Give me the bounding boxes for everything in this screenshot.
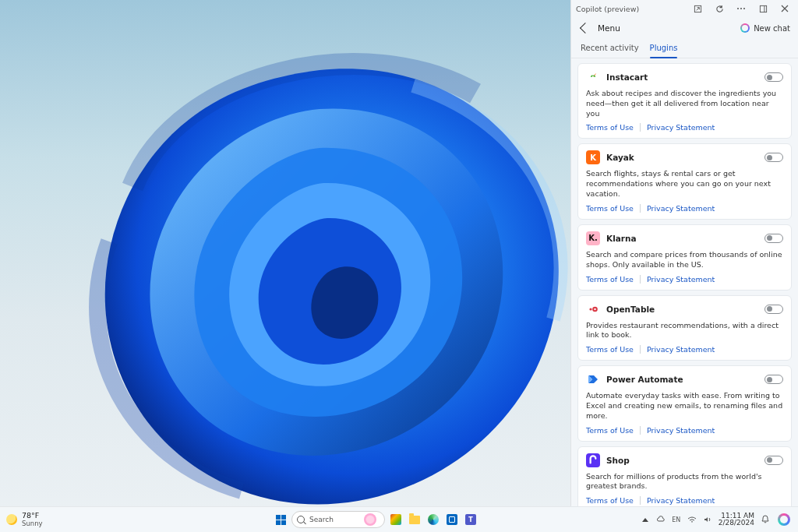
taskbar-search[interactable]: Search bbox=[291, 511, 385, 528]
plugin-desc: Search for millions of products from the… bbox=[586, 472, 783, 492]
plugin-toggle[interactable] bbox=[764, 153, 783, 162]
plugin-desc: Ask about recipes and discover the ingre… bbox=[586, 89, 783, 118]
plugin-shop: Shop Search for millions of products fro… bbox=[577, 446, 792, 506]
new-chat-button[interactable]: New chat bbox=[740, 23, 790, 33]
svg-point-6 bbox=[589, 308, 591, 310]
svg-point-8 bbox=[594, 308, 595, 309]
terms-link[interactable]: Terms of Use bbox=[586, 275, 634, 284]
wifi-icon[interactable] bbox=[687, 515, 697, 524]
search-highlight-icon bbox=[364, 513, 376, 526]
terms-link[interactable]: Terms of Use bbox=[586, 496, 634, 505]
plugin-desc: Search and compare prices from thousands… bbox=[586, 250, 783, 270]
plugin-power-automate: Power Automate Automate everyday tasks w… bbox=[577, 365, 792, 441]
copilot-icon bbox=[778, 513, 790, 526]
plugin-klarna: K. Klarna Search and compare prices from… bbox=[577, 224, 792, 291]
start-button[interactable] bbox=[273, 512, 288, 527]
taskbar-app-store[interactable] bbox=[444, 512, 460, 527]
copilot-taskbar-button[interactable] bbox=[776, 512, 792, 527]
svg-point-2 bbox=[740, 8, 742, 9]
plugin-toggle[interactable] bbox=[764, 72, 783, 82]
plugin-desc: Provides restaurant recommendations, wit… bbox=[586, 321, 783, 341]
plugin-instacart: Instacart Ask about recipes and discover… bbox=[577, 63, 792, 139]
privacy-link[interactable]: Privacy Statement bbox=[647, 345, 715, 354]
taskbar-center: Search T bbox=[131, 511, 620, 528]
copilot-titlebar: Copilot (preview) bbox=[571, 0, 798, 17]
volume-icon[interactable] bbox=[703, 515, 712, 524]
copilot-menu-row: Menu New chat bbox=[571, 17, 798, 39]
taskbar-app-edge[interactable] bbox=[425, 512, 441, 527]
terms-link[interactable]: Terms of Use bbox=[586, 345, 634, 354]
shop-icon bbox=[586, 453, 600, 467]
terms-link[interactable]: Terms of Use bbox=[586, 204, 634, 213]
taskbar-app-teams[interactable]: T bbox=[463, 512, 478, 527]
taskbar-clock[interactable]: 11:11 AM 2/28/2024 bbox=[719, 513, 754, 527]
plugin-desc: Search flights, stays & rental cars or g… bbox=[586, 169, 783, 199]
weather-cond: Sunny bbox=[22, 520, 43, 527]
tab-recent-activity[interactable]: Recent activity bbox=[581, 39, 639, 58]
privacy-link[interactable]: Privacy Statement bbox=[647, 496, 715, 505]
taskbar-app-taskview[interactable] bbox=[388, 512, 404, 527]
kayak-icon: K bbox=[586, 150, 600, 164]
onedrive-icon[interactable] bbox=[656, 515, 666, 524]
copilot-title: Copilot (preview) bbox=[576, 5, 639, 13]
open-external-icon[interactable] bbox=[689, 1, 706, 16]
dock-icon[interactable] bbox=[754, 1, 772, 16]
klarna-icon: K. bbox=[586, 231, 600, 245]
plugin-toggle[interactable] bbox=[764, 375, 783, 384]
taskbar-app-explorer[interactable] bbox=[407, 512, 422, 527]
plugin-name: OpenTable bbox=[606, 305, 655, 314]
opentable-icon bbox=[586, 302, 600, 316]
close-icon[interactable] bbox=[776, 1, 793, 16]
tray-overflow-icon[interactable] bbox=[641, 515, 650, 524]
terms-link[interactable]: Terms of Use bbox=[586, 123, 634, 132]
new-chat-label: New chat bbox=[754, 24, 790, 33]
refresh-icon[interactable] bbox=[711, 1, 728, 16]
newchat-icon bbox=[740, 23, 750, 33]
copilot-tabs: Recent activity Plugins bbox=[571, 39, 798, 58]
plugin-name: Power Automate bbox=[606, 375, 683, 384]
language-icon[interactable]: EN bbox=[672, 515, 681, 524]
taskbar-tray: EN 11:11 AM 2/28/2024 bbox=[620, 512, 792, 527]
plugin-name: Kayak bbox=[606, 153, 634, 162]
copilot-panel: Copilot (preview) Menu New chat Recent a… bbox=[570, 0, 798, 506]
search-placeholder: Search bbox=[309, 516, 334, 523]
taskbar: 78°F Sunny Search T EN 11:11 AM bbox=[0, 506, 798, 532]
notifications-icon[interactable] bbox=[761, 515, 770, 524]
more-icon[interactable] bbox=[733, 1, 750, 16]
plugin-toggle[interactable] bbox=[764, 234, 783, 243]
tab-plugins[interactable]: Plugins bbox=[650, 39, 678, 58]
power-automate-icon bbox=[586, 372, 600, 386]
svg-rect-4 bbox=[760, 5, 766, 12]
plugin-toggle[interactable] bbox=[764, 456, 783, 465]
privacy-link[interactable]: Privacy Statement bbox=[647, 204, 715, 213]
windows-logo-icon bbox=[276, 515, 286, 525]
plugin-opentable: OpenTable Provides restaurant recommenda… bbox=[577, 295, 792, 361]
weather-temp: 78°F bbox=[22, 512, 43, 520]
plugin-name: Klarna bbox=[606, 234, 637, 243]
weather-icon bbox=[6, 514, 17, 525]
plugin-toggle[interactable] bbox=[764, 305, 783, 314]
plugin-name: Shop bbox=[606, 456, 630, 465]
privacy-link[interactable]: Privacy Statement bbox=[647, 275, 715, 284]
plugin-name: Instacart bbox=[606, 72, 648, 82]
plugin-desc: Automate everyday tasks with ease. From … bbox=[586, 391, 783, 421]
privacy-link[interactable]: Privacy Statement bbox=[647, 123, 715, 132]
terms-link[interactable]: Terms of Use bbox=[586, 426, 634, 435]
svg-point-3 bbox=[743, 8, 745, 9]
svg-point-1 bbox=[737, 8, 739, 9]
instacart-icon bbox=[586, 70, 600, 84]
clock-date: 2/28/2024 bbox=[719, 520, 754, 527]
privacy-link[interactable]: Privacy Statement bbox=[647, 426, 715, 435]
taskbar-weather[interactable]: 78°F Sunny bbox=[6, 512, 131, 527]
plugin-list: Instacart Ask about recipes and discover… bbox=[571, 58, 798, 506]
search-icon bbox=[297, 516, 305, 523]
back-icon[interactable] bbox=[579, 24, 591, 32]
menu-label: Menu bbox=[598, 23, 620, 33]
bloom-graphic bbox=[39, 23, 600, 506]
plugin-kayak: K Kayak Search flights, stays & rental c… bbox=[577, 143, 792, 219]
